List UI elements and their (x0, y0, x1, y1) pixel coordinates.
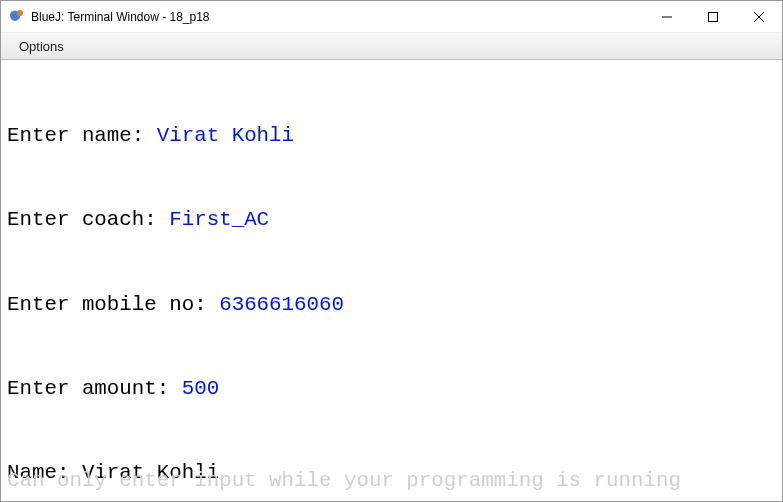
minimize-button[interactable] (644, 1, 690, 33)
prompt-text: Enter name: (7, 124, 157, 147)
app-icon (9, 9, 25, 25)
close-button[interactable] (736, 1, 782, 33)
user-input-text: First_AC (169, 208, 269, 231)
maximize-button[interactable] (690, 1, 736, 33)
terminal-line: Enter amount: 500 (7, 375, 776, 403)
user-input-text: 6366616060 (219, 293, 344, 316)
svg-rect-2 (709, 13, 718, 22)
menu-options[interactable]: Options (11, 36, 72, 57)
window-controls (644, 1, 782, 32)
prompt-text: Enter mobile no: (7, 293, 219, 316)
prompt-text: Enter amount: (7, 377, 182, 400)
titlebar: BlueJ: Terminal Window - 18_p18 (1, 1, 782, 33)
terminal-line: Enter name: Virat Kohli (7, 122, 776, 150)
prompt-text: Enter coach: (7, 208, 169, 231)
terminal-output[interactable]: Enter name: Virat Kohli Enter coach: Fir… (1, 60, 782, 501)
status-hint: Can only enter input while your programm… (7, 467, 776, 495)
user-input-text: Virat Kohli (157, 124, 294, 147)
terminal-line: Enter coach: First_AC (7, 206, 776, 234)
user-input-text: 500 (182, 377, 219, 400)
terminal-line: Enter mobile no: 6366616060 (7, 291, 776, 319)
menubar: Options (1, 33, 782, 60)
window-title: BlueJ: Terminal Window - 18_p18 (31, 10, 210, 24)
svg-point-0 (17, 10, 23, 16)
